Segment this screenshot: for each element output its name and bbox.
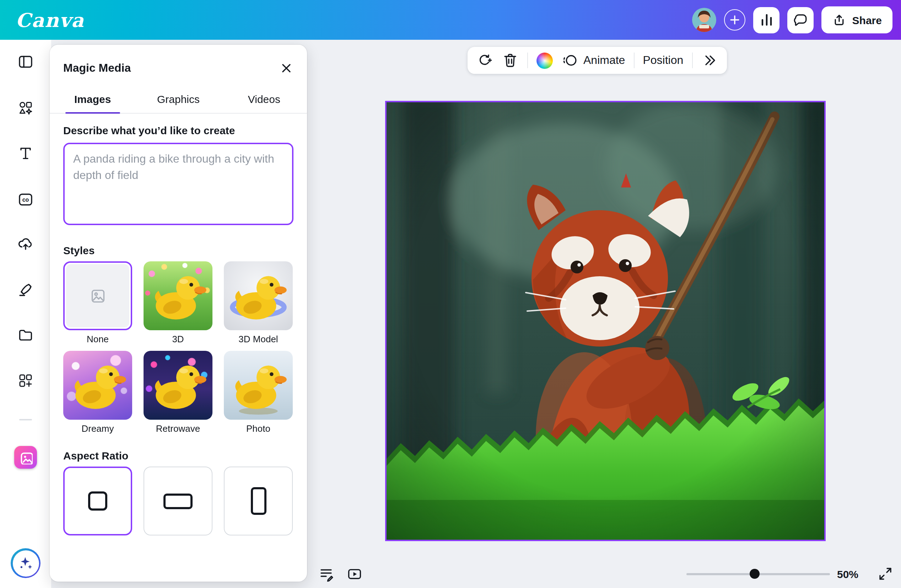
add-button[interactable] — [725, 9, 746, 31]
panel-title: Magic Media — [63, 62, 131, 75]
panel-header: Magic Media — [50, 45, 307, 78]
elements-icon — [17, 100, 34, 117]
style-option-dreamy[interactable]: Dreamy — [63, 351, 132, 434]
tab-graphics[interactable]: Graphics — [136, 87, 221, 113]
styles-heading: Styles — [50, 244, 307, 257]
zoom-level: 50% — [837, 568, 858, 580]
svg-text:co: co — [22, 197, 29, 203]
expand-icon — [877, 565, 894, 582]
sidebar-item-elements[interactable] — [17, 100, 34, 117]
animate-icon — [561, 52, 578, 69]
magic-media-icon — [19, 450, 33, 464]
aspect-option-portrait[interactable] — [224, 467, 293, 535]
zoom-slider-handle[interactable] — [750, 569, 759, 579]
sidebar-rail: co — [0, 40, 51, 588]
duck-thumbnail — [224, 261, 293, 330]
aspect-card-landscape[interactable] — [143, 467, 212, 535]
style-card-dreamy[interactable] — [63, 351, 132, 420]
animate-button[interactable]: Animate — [561, 52, 625, 69]
sidebar-item-projects[interactable] — [17, 327, 34, 344]
aspect-ratio-grid — [50, 467, 307, 535]
color-wheel-icon[interactable] — [536, 52, 553, 68]
square-ratio-icon — [88, 492, 107, 510]
chat-icon — [792, 11, 809, 28]
styles-grid: None 3D 3D Model Dreamy — [50, 261, 307, 434]
style-option-3d[interactable]: 3D — [143, 261, 212, 344]
style-card-retrowave[interactable] — [143, 351, 212, 420]
regenerate-button[interactable] — [476, 52, 493, 69]
aspect-ratio-heading: Aspect Ratio — [50, 450, 307, 462]
red-panda-artwork — [387, 102, 824, 540]
style-label: Retrowave — [156, 423, 200, 434]
toolbar-divider — [633, 53, 634, 68]
notes-icon — [318, 566, 335, 583]
canva-logo[interactable]: Canva — [16, 9, 84, 31]
landscape-ratio-icon — [164, 493, 193, 509]
sidebar-item-magic-media[interactable] — [14, 446, 37, 469]
aspect-card-portrait[interactable] — [224, 467, 293, 535]
avatar-image — [692, 8, 717, 32]
animate-label: Animate — [583, 54, 625, 67]
share-label: Share — [852, 14, 882, 26]
position-button[interactable]: Position — [643, 54, 683, 67]
sidebar-item-draw[interactable] — [17, 281, 34, 298]
share-upload-icon — [832, 13, 846, 27]
design-icon — [17, 53, 34, 70]
aspect-card-square[interactable] — [63, 467, 132, 535]
style-card-3d[interactable] — [143, 261, 212, 330]
sidebar-item-apps[interactable] — [17, 372, 34, 389]
portrait-ratio-icon — [251, 487, 266, 515]
toolbar-divider — [527, 53, 528, 68]
selected-image-red-panda[interactable] — [385, 101, 826, 541]
more-tools-button[interactable] — [701, 52, 718, 69]
notes-button[interactable] — [318, 566, 335, 583]
share-button[interactable]: Share — [822, 6, 892, 33]
duck-thumbnail — [143, 261, 212, 330]
sparkles-icon — [17, 555, 34, 572]
style-card-photo[interactable] — [224, 351, 293, 420]
fullscreen-button[interactable] — [877, 565, 894, 582]
insights-button[interactable] — [754, 7, 780, 33]
pen-icon — [17, 281, 34, 298]
brand-icon: co — [17, 191, 34, 208]
sidebar-item-text[interactable] — [17, 145, 34, 162]
style-card-none[interactable] — [63, 261, 132, 330]
style-label: None — [87, 334, 109, 344]
comments-button[interactable] — [788, 7, 814, 33]
sidebar-item-uploads[interactable] — [17, 235, 34, 252]
close-button[interactable] — [277, 59, 296, 78]
style-card-3d-model[interactable] — [224, 261, 293, 330]
image-toolbar: Animate Position — [468, 47, 726, 74]
trash-icon — [502, 52, 519, 69]
toolbar-divider — [692, 53, 692, 68]
bar-chart-icon — [758, 11, 775, 28]
text-icon — [17, 145, 34, 162]
style-label: Photo — [246, 423, 270, 434]
folder-icon — [17, 327, 34, 344]
aspect-option-landscape[interactable] — [143, 467, 212, 535]
assistant-inner — [12, 550, 39, 576]
plus-icon — [728, 13, 742, 27]
aspect-option-square[interactable] — [63, 467, 132, 535]
rail-divider — [19, 419, 32, 420]
style-option-photo[interactable]: Photo — [224, 351, 293, 434]
prompt-box — [63, 143, 293, 228]
canva-assistant-button[interactable] — [11, 548, 41, 578]
tab-images[interactable]: Images — [50, 87, 136, 113]
panel-tabs: Images Graphics Videos — [50, 87, 307, 114]
style-option-retrowave[interactable]: Retrowave — [143, 351, 212, 434]
style-option-none[interactable]: None — [63, 261, 132, 344]
image-placeholder-icon — [89, 287, 106, 304]
delete-button[interactable] — [502, 52, 519, 69]
tab-videos[interactable]: Videos — [221, 87, 307, 113]
prompt-input[interactable] — [63, 143, 293, 225]
sidebar-item-brand[interactable]: co — [17, 191, 34, 208]
style-option-3d-model[interactable]: 3D Model — [224, 261, 293, 344]
avatar[interactable] — [692, 8, 717, 32]
sidebar-item-design[interactable] — [17, 53, 34, 70]
duck-thumbnail — [63, 351, 132, 420]
style-label: 3D Model — [238, 334, 278, 344]
topbar-actions: Share — [692, 6, 892, 33]
present-button[interactable] — [346, 566, 363, 583]
duck-thumbnail — [224, 351, 293, 420]
